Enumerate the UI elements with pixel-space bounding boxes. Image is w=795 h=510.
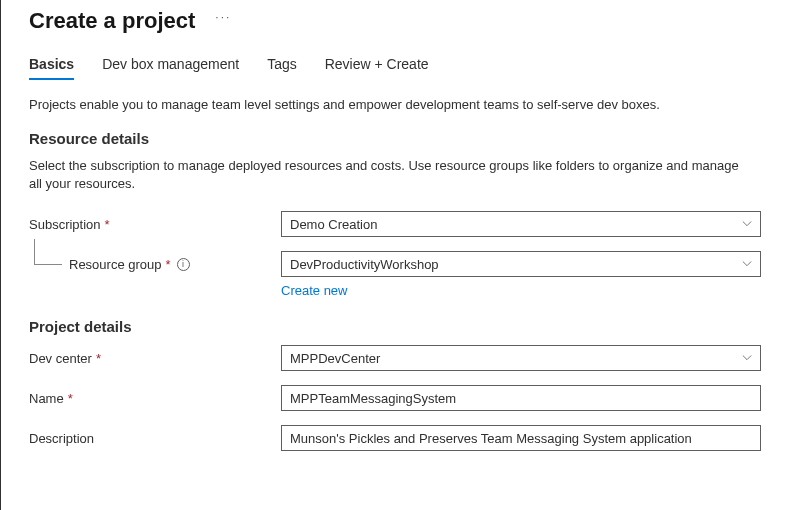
- create-new-link[interactable]: Create new: [281, 283, 347, 298]
- tab-dev-box-management[interactable]: Dev box management: [102, 56, 239, 80]
- project-details-heading: Project details: [29, 318, 795, 335]
- resource-details-heading: Resource details: [29, 130, 795, 147]
- row-resource-group: Resource group * i DevProductivityWorksh…: [29, 251, 789, 277]
- info-icon[interactable]: i: [177, 258, 190, 271]
- resource-group-dropdown[interactable]: DevProductivityWorkshop: [281, 251, 761, 277]
- name-input[interactable]: [281, 385, 761, 411]
- create-new-row: Create new: [281, 283, 795, 298]
- row-name: Name *: [29, 385, 789, 411]
- name-label: Name *: [29, 391, 281, 406]
- page-header: Create a project ···: [29, 8, 795, 34]
- description-input[interactable]: [281, 425, 761, 451]
- row-dev-center: Dev center * MPPDevCenter: [29, 345, 789, 371]
- tab-bar: Basics Dev box management Tags Review + …: [29, 56, 795, 81]
- description-label: Description: [29, 431, 281, 446]
- resource-group-label-text: Resource group: [69, 257, 162, 272]
- intro-text: Projects enable you to manage team level…: [29, 97, 795, 112]
- required-marker: *: [105, 217, 110, 232]
- tab-review-create[interactable]: Review + Create: [325, 56, 429, 80]
- resource-details-desc: Select the subscription to manage deploy…: [29, 157, 749, 193]
- chevron-down-icon: [742, 259, 752, 269]
- row-description: Description: [29, 425, 789, 451]
- resource-group-label: Resource group * i: [29, 257, 281, 272]
- required-marker: *: [166, 257, 171, 272]
- name-label-text: Name: [29, 391, 64, 406]
- more-actions-icon[interactable]: ···: [215, 10, 231, 24]
- tab-basics[interactable]: Basics: [29, 56, 74, 80]
- subscription-dropdown[interactable]: Demo Creation: [281, 211, 761, 237]
- resource-group-value: DevProductivityWorkshop: [290, 257, 439, 272]
- subscription-value: Demo Creation: [290, 217, 377, 232]
- subscription-label-text: Subscription: [29, 217, 101, 232]
- dev-center-dropdown[interactable]: MPPDevCenter: [281, 345, 761, 371]
- required-marker: *: [96, 351, 101, 366]
- page-title: Create a project: [29, 8, 195, 34]
- dev-center-value: MPPDevCenter: [290, 351, 380, 366]
- tree-indent-line: [34, 239, 62, 265]
- chevron-down-icon: [742, 353, 752, 363]
- subscription-label: Subscription *: [29, 217, 281, 232]
- dev-center-label-text: Dev center: [29, 351, 92, 366]
- required-marker: *: [68, 391, 73, 406]
- description-label-text: Description: [29, 431, 94, 446]
- dev-center-label: Dev center *: [29, 351, 281, 366]
- chevron-down-icon: [742, 219, 752, 229]
- row-subscription: Subscription * Demo Creation: [29, 211, 789, 237]
- tab-tags[interactable]: Tags: [267, 56, 297, 80]
